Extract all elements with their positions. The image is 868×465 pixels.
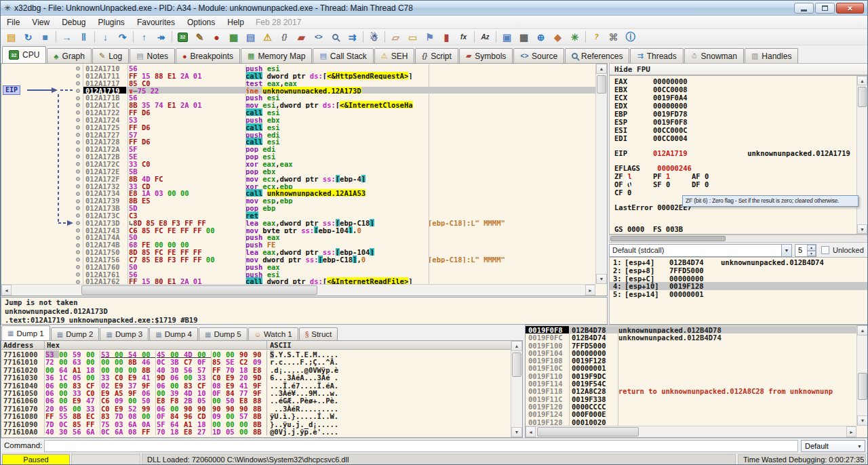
menu-item-help[interactable]: Help — [221, 16, 250, 28]
scroll-up-arrow-icon[interactable]: ▲ — [857, 76, 867, 85]
disasm-row[interactable]: 012A1728FF D6call esi — [83, 138, 595, 145]
stack-vscroll-thumb[interactable] — [858, 373, 867, 400]
menu-item-debug[interactable]: Debug — [56, 16, 92, 28]
disasm-row[interactable]: 012A173B5Dpop ebp — [83, 204, 595, 211]
tab-memory-map[interactable]: ▦Memory Map — [241, 48, 312, 63]
registers-hscroll-thumb[interactable] — [610, 236, 726, 241]
flag-af[interactable]: AF 0 — [692, 172, 730, 180]
register-row-eip[interactable]: EIP012A1719 unknownunpacked.012A1719 — [610, 149, 856, 157]
stack-row[interactable]: 0019F1140019F54C — [526, 380, 856, 387]
registers-vscrollbar[interactable]: ▲ ▼ — [856, 76, 867, 234]
flag-pf[interactable]: PF 1 — [653, 172, 692, 180]
stack-row[interactable]: 0019F1200000CCCC — [526, 403, 856, 410]
open-file-icon[interactable]: ▤ — [3, 30, 20, 45]
menu-item-favourites[interactable]: Favourites — [131, 16, 181, 28]
breakpoint-dot-icon[interactable] — [76, 236, 80, 240]
breakpoint-dot-icon[interactable] — [76, 81, 80, 85]
stack-row[interactable]: 0019F1007FFD5000 — [526, 342, 856, 349]
call-stack-icon[interactable]: ▤ — [242, 30, 259, 45]
attach-icon[interactable]: ▣ — [498, 30, 515, 45]
stack-rows[interactable]: 0019F0F8012B4D78unknownunpacked.012B4D78… — [526, 326, 856, 426]
dump-row[interactable]: 771610107200630000008B460C3BC70F855EC209… — [1, 358, 511, 365]
menu-item-file[interactable]: File — [1, 16, 26, 28]
registers-view[interactable]: EAX00000000EBX00CC0008ECX0019F0A4EDX0000… — [609, 75, 868, 235]
stack-pane[interactable]: 0019F0F8012B4D78unknownunpacked.012B4D78… — [525, 325, 868, 438]
dump-row[interactable]: 77161080FF558BEC837D08000F8496CD0900578B… — [1, 412, 511, 420]
menu-item-options[interactable]: Options — [181, 16, 221, 28]
dump-row[interactable]: 77161030361C050033C0E9419D060033C0E9209D… — [1, 373, 511, 381]
breakpoint-dot-icon[interactable] — [76, 140, 80, 144]
stack-row[interactable]: 0019F12800010020 — [526, 418, 856, 426]
disasm-row[interactable]: 012A17398B E5mov esp,ebp — [83, 197, 595, 204]
tab-watch-1[interactable]: ☺Watch 1 — [248, 327, 298, 340]
help-icon[interactable]: ? — [588, 30, 605, 45]
breakpoint-dot-icon[interactable] — [76, 199, 80, 203]
script-icon[interactable]: {} — [276, 30, 293, 45]
dump-row[interactable]: 771610907D0C85FF75036A0A5F64A1180000008B… — [1, 420, 511, 428]
comments-icon[interactable]: ▭ — [404, 30, 421, 45]
disasm-row[interactable]: 012A172F8B 4D FCmov ecx,dword ptr ss:[eb… — [83, 175, 595, 182]
segments-row[interactable]: GS 0000 FS 003B — [610, 225, 856, 233]
register-row[interactable]: ESP0019F0F8 — [610, 118, 856, 126]
flag-zf[interactable]: ZF 1 — [614, 172, 653, 180]
menu-item-plugins[interactable]: Plugins — [92, 16, 131, 28]
scroll-down-arrow-icon[interactable]: ▼ — [511, 427, 522, 437]
title-bar[interactable]: ✳ x32dbg - File: UnknownUnpacked.exe - P… — [1, 1, 867, 16]
disasm-row[interactable]: 012A176156push esi — [83, 270, 595, 278]
log-icon[interactable]: ✎ — [191, 30, 208, 45]
disasm-row[interactable]: 012A173D↳8D 85 E8 F3 FF FFlea eax,dword … — [83, 219, 595, 226]
pause-icon[interactable]: ‖ — [75, 30, 92, 45]
scroll-down-arrow-icon[interactable]: ▼ — [857, 416, 868, 426]
breakpoint-dot-icon[interactable] — [76, 272, 80, 277]
dump-row[interactable]: 77161000530059005300540045004D0000009090… — [1, 350, 511, 358]
register-row[interactable]: EDI00CC0004 — [610, 134, 856, 142]
disasm-row[interactable]: 012A171C8B 35 74 E1 2A 01mov esi,dword p… — [83, 101, 595, 108]
tab-notes[interactable]: ▤Notes — [130, 48, 175, 63]
internet-icon[interactable]: ⊕ — [532, 30, 549, 45]
disasm-row[interactable]: 012A1756C7 85 E8 F3 FF FF 00mov dword pt… — [83, 256, 595, 263]
scroll-left-arrow-icon[interactable]: ◄ — [1, 285, 12, 296]
scroll-up-arrow-icon[interactable]: ▲ — [596, 64, 607, 74]
arg-row[interactable]: 4:[esp+10]0019F128 — [610, 282, 867, 290]
disasm-row[interactable]: 012A174A50push eax — [83, 233, 595, 241]
unlocked-checkbox[interactable] — [821, 246, 829, 254]
disasm-vscrollbar[interactable]: ▲ ▼ — [595, 64, 607, 284]
scroll-up-arrow-icon[interactable]: ▲ — [857, 325, 868, 336]
disasm-row[interactable]: 012A171785 C0test eax,eax — [83, 79, 595, 87]
disasm-row[interactable]: 012A172E5Bpop ebx — [83, 167, 595, 175]
disasm-row[interactable]: 012A172453push ebx — [83, 116, 595, 123]
disasm-row[interactable]: 012A172A5Fpop edi — [83, 145, 595, 153]
disasm-row[interactable]: 012A1711FF 15 88 E1 2A 01call dword ptr … — [83, 72, 595, 79]
tab-dump-2[interactable]: ▦Dump 2 — [51, 327, 100, 340]
chevron-down-icon[interactable]: ▼ — [857, 444, 862, 449]
references-icon[interactable] — [327, 30, 344, 45]
flags-row[interactable]: OF 0SF 0DF 0 — [610, 180, 856, 188]
dump-row[interactable]: 771610200064A1180000008B40305657FF7018E8… — [1, 366, 511, 373]
breakpoint-dot-icon[interactable] — [76, 74, 80, 78]
tab-threads[interactable]: ⇉Threads — [630, 48, 683, 63]
breakpoint-dot-icon[interactable] — [76, 221, 80, 225]
disasm-row[interactable]: 012A173CC3ret — [83, 211, 595, 219]
stack-row[interactable]: 0019F118012A8C28return to unknownunpacke… — [526, 387, 856, 395]
disasm-row[interactable]: 012A172757push edi — [83, 131, 595, 138]
tab-breakpoints[interactable]: ●Breakpoints — [176, 48, 240, 63]
disasm-row[interactable]: 012A1719∨–75 22jne unknownunpacked.12A17… — [83, 87, 595, 94]
arg-row[interactable]: 3:[esp+C]00000000 — [610, 275, 867, 283]
tab-dump-4[interactable]: ▦Dump 4 — [149, 327, 198, 340]
tab-handles[interactable]: ▥Handles — [745, 48, 798, 63]
breakpoint-dot-icon[interactable] — [76, 280, 80, 284]
menu-item-view[interactable]: View — [26, 16, 56, 28]
registers-vscroll-thumb[interactable] — [858, 87, 867, 107]
hotkeys-icon[interactable]: ⌘ — [605, 30, 622, 45]
breakpoint-dot-icon[interactable] — [76, 243, 80, 247]
execute-till-return-icon[interactable]: ↑ — [136, 30, 153, 45]
register-row[interactable]: EAX00000000 — [610, 77, 856, 85]
register-row[interactable]: EBX00CC0008 — [610, 85, 856, 94]
scroll-up-arrow-icon[interactable]: ▲ — [511, 341, 522, 351]
tab-symbols[interactable]: ▰Symbols — [459, 48, 513, 63]
dump-row[interactable]: 77161050060033C0E9A59F0600394D100F84779F… — [1, 389, 511, 397]
stack-row[interactable]: 0019F1100019F9DC — [526, 372, 856, 380]
labels-icon[interactable]: ⚑ — [421, 30, 438, 45]
close-file-icon[interactable]: ■ — [37, 30, 54, 45]
dump-row[interactable]: 771610600600E947C6090050E8F82B050050E888… — [1, 397, 511, 404]
